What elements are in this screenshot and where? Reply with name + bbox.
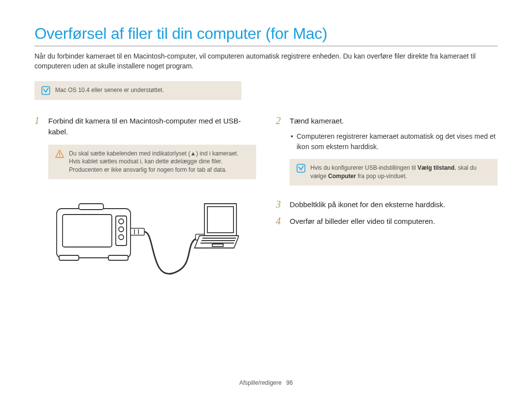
- step-text: Forbind dit kamera til en Macintosh-comp…: [48, 115, 256, 138]
- svg-point-6: [119, 219, 124, 224]
- svg-rect-9: [79, 204, 103, 210]
- step-number: 1: [34, 115, 43, 138]
- svg-point-8: [119, 235, 124, 240]
- page-title: Overførsel af filer til din computer (fo…: [34, 25, 498, 46]
- svg-point-2: [59, 155, 60, 156]
- note-bold-2: Computer: [328, 173, 356, 180]
- note-bold-1: Vælg tilstand: [417, 164, 454, 171]
- svg-rect-10: [59, 255, 79, 260]
- right-column: 2 Tænd kameraet. Computeren registrerer …: [276, 115, 498, 232]
- svg-point-7: [119, 227, 124, 232]
- step-3: 3 Dobbeltklik på ikonet for den eksterne…: [276, 198, 498, 211]
- step-2-bullet: Computeren registrerer kameraet automati…: [291, 131, 498, 152]
- svg-rect-21: [297, 164, 305, 172]
- page-footer: Afspille/redigere 96: [0, 379, 532, 386]
- camera-laptop-illustration: [34, 189, 256, 287]
- note-icon: [41, 86, 50, 95]
- svg-rect-16: [207, 207, 233, 233]
- svg-rect-4: [63, 215, 112, 247]
- step-number: 3: [276, 198, 285, 211]
- note-pre: Hvis du konfigurerer USB-indstillingen t…: [310, 164, 417, 171]
- step-4: 4 Overfør af billeder eller video til co…: [276, 215, 498, 227]
- note-icon: [297, 164, 305, 173]
- step-1: 1 Forbind dit kamera til en Macintosh-co…: [34, 115, 256, 138]
- svg-rect-20: [212, 244, 223, 247]
- right-note-text: Hvis du konfigurerer USB-indstillingen t…: [310, 164, 491, 181]
- content-columns: 1 Forbind dit kamera til en Macintosh-co…: [34, 115, 498, 287]
- svg-rect-12: [131, 228, 144, 235]
- svg-rect-0: [42, 87, 50, 94]
- step-number: 4: [276, 215, 285, 227]
- intro-paragraph: Når du forbinder kameraet til en Macinto…: [34, 51, 498, 71]
- right-note-box: Hvis du konfigurerer USB-indstillingen t…: [290, 159, 498, 185]
- top-note-text: Mac OS 10.4 eller senere er understøttet…: [55, 86, 164, 94]
- svg-rect-11: [108, 255, 128, 260]
- step-text: Tænd kameraet.: [290, 115, 344, 127]
- warning-box: Du skal sætte kabelenden med indikatorly…: [48, 145, 256, 179]
- step-number: 2: [276, 115, 285, 127]
- left-column: 1 Forbind dit kamera til en Macintosh-co…: [34, 115, 256, 287]
- warning-icon: [55, 150, 64, 158]
- step-text: Dobbeltklik på ikonet for den eksterne h…: [290, 198, 445, 211]
- note-post: fra pop up-vinduet.: [356, 173, 407, 180]
- footer-page-number: 96: [286, 379, 293, 386]
- footer-section-label: Afspille/redigere: [239, 379, 282, 386]
- step-text: Overfør af billeder eller video til comp…: [290, 215, 435, 227]
- top-note-box: Mac OS 10.4 eller senere er understøttet…: [34, 81, 241, 100]
- warning-text: Du skal sætte kabelenden med indikatorly…: [69, 150, 249, 174]
- step-2: 2 Tænd kameraet.: [276, 115, 498, 127]
